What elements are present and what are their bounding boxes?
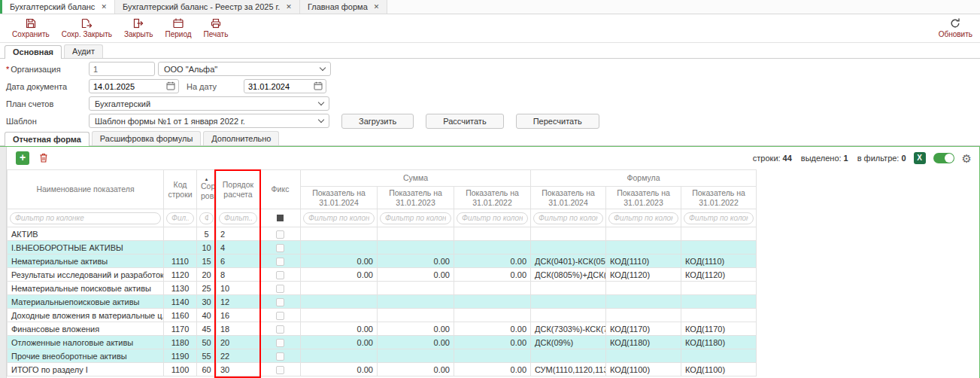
calendar-icon[interactable] [314,81,323,92]
table-row[interactable]: Отложенные налоговые активы118050200.000… [8,336,757,349]
column-header[interactable]: Показатель на 31.01.2022 [681,187,757,209]
on-date-field[interactable] [244,79,326,93]
column-header[interactable]: Показатель на 31.01.2023 [378,187,454,209]
table-row[interactable]: Материальныепоисковые активы11403012 [8,295,757,309]
calendar-button[interactable]: Период [159,17,198,38]
doc-date-field[interactable] [89,79,179,93]
fix-checkbox[interactable] [276,298,284,306]
grid-cell [260,363,301,376]
save-close-button[interactable]: Сохр. Закрыть [56,17,118,38]
grid-cell [531,295,606,309]
save-button[interactable]: Сохранить [6,17,56,38]
fix-checkbox[interactable] [276,271,284,279]
column-filter-input[interactable] [533,212,603,224]
filter-cell [8,209,164,227]
column-header[interactable]: ▲Сорти ровка [197,170,217,209]
fix-checkbox[interactable] [276,352,284,361]
close-tab-icon[interactable]: ✕ [101,3,107,11]
column-filter-input[interactable] [608,212,678,224]
doc-date-input[interactable] [90,82,153,91]
table-row[interactable]: Результаты исследований и разработок1120… [8,268,757,282]
main-tab[interactable]: Основная [5,45,62,59]
grid-cell [454,349,531,363]
fix-checkbox[interactable] [276,366,284,374]
table-row[interactable]: I.ВНЕОБОРОТНЫЕ АКТИВЫ104 [8,241,757,255]
close-tab-icon[interactable]: ✕ [374,3,380,11]
calendar-icon[interactable] [166,81,175,92]
grid-cell: 22 [217,349,260,363]
fix-checkbox[interactable] [276,258,284,266]
toolbar-button-label: Закрыть [124,30,153,38]
load-button[interactable]: Загрузить [341,114,414,129]
template-combobox[interactable]: Шаблон формы №1 от 1 января 2022 г. [89,114,329,128]
organization-value: ООО "Альфа" [164,65,217,74]
window-tab[interactable]: Бухгалтерский баланс✕ [2,0,115,14]
column-filter-input[interactable] [166,212,194,224]
print-button[interactable]: Печать [198,17,235,38]
organization-code-field[interactable] [89,62,155,76]
report-tab[interactable]: Отчетная форма [5,132,90,146]
column-filter-input[interactable] [684,212,754,224]
column-header[interactable]: Показатель на 31.01.2024 [301,187,378,209]
grid-cell: I.ВНЕОБОРОТНЫЕ АКТИВЫ [8,241,164,255]
on-date-input[interactable] [245,82,308,91]
grid-cell [454,295,531,309]
column-header[interactable]: Показатель на 31.01.2024 [531,187,606,209]
fix-filter-checkbox[interactable] [277,215,284,221]
settings-gear-icon[interactable]: ⚙ [962,153,972,164]
table-row[interactable]: Нематериальные поисковые активы11302510 [8,282,757,295]
add-row-button[interactable]: + [16,151,29,165]
main-tab[interactable]: Аудит [64,44,103,58]
close-tab-icon[interactable]: ✕ [286,3,292,11]
grid-cell: Отложенные налоговые активы [8,336,164,349]
recalculate-button[interactable]: Пересчитать [516,114,599,129]
filter-toggle[interactable] [933,153,954,163]
column-header[interactable]: Наименование показателя [8,170,164,209]
fix-checkbox[interactable] [276,325,284,334]
grid-cell: 10 [217,282,260,295]
report-tab[interactable]: Расшифровка формулы [92,131,201,145]
excel-export-button[interactable]: X [914,152,926,164]
left-splitter[interactable] [0,147,7,378]
fix-checkbox[interactable] [276,230,284,239]
column-header[interactable]: Порядок расчета [217,170,260,209]
column-filter-input[interactable] [219,212,257,224]
column-filter-input[interactable] [380,212,451,224]
calculate-button[interactable]: Рассчитать [426,114,503,129]
fix-checkbox[interactable] [276,339,284,347]
table-row[interactable]: Прочие внеоборотные активы11905522 [8,349,757,363]
column-header-label: Порядок расчета [220,180,256,199]
table-row[interactable]: ИТОГО по разделу I110060300.000.000.00СУ… [8,363,757,376]
refresh-button[interactable]: Обновить [933,17,974,38]
fix-checkbox[interactable] [276,285,284,293]
chart-of-accounts-combobox[interactable]: Бухгалтерский [89,96,329,111]
filter-cell [164,209,197,227]
grid-table-wrap: Наименование показателяКод строки▲Сорти … [7,169,979,378]
window-tab-bar: Бухгалтерский баланс✕Бухгалтерский балан… [0,0,980,14]
table-row[interactable]: Нематериальные активы11101560.000.000.00… [8,255,757,268]
report-tab[interactable]: Дополнительно [203,131,279,145]
delete-row-button[interactable] [37,151,50,165]
column-header[interactable]: Фикс [260,170,301,209]
grid-cell: ДСК(7303%)-КСК(73... [531,322,606,336]
column-filter-input[interactable] [457,212,528,224]
column-filter-input[interactable] [303,212,375,224]
fix-checkbox[interactable] [276,312,284,320]
column-header[interactable]: Показатель на 31.01.2022 [454,187,531,209]
fix-checkbox[interactable] [276,244,284,252]
table-row[interactable]: Доходные вложения в материальные ц..1160… [8,309,757,322]
column-header[interactable]: Код строки [164,170,197,209]
window-tab[interactable]: Бухгалтерский баланс - Реестр за 2025 г.… [115,0,300,14]
close-form-button[interactable]: Закрыть [118,17,159,38]
window-tab[interactable]: Главная форма✕ [300,0,387,14]
organization-combobox[interactable]: ООО "Альфа" [158,62,331,76]
grid-cell: Нематериальные поисковые активы [8,282,164,295]
window-tab-label: Бухгалтерский баланс - Реестр за 2025 г. [123,2,280,11]
column-filter-input[interactable] [199,212,214,224]
grid-cell: 0.00 [378,268,454,282]
column-filter-input[interactable] [10,212,161,224]
table-row[interactable]: Финансовые вложения117045180.000.000.00Д… [8,322,757,336]
table-row[interactable]: АКТИВ52 [8,227,757,241]
column-header[interactable]: Показатель на 31.01.2023 [606,187,681,209]
grid-cell: 0.00 [454,336,531,349]
